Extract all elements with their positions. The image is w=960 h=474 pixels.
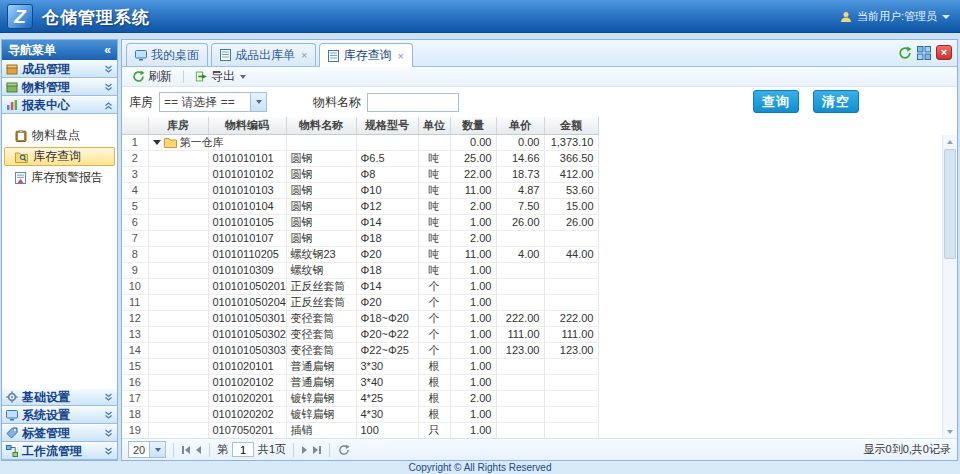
table-cell — [148, 358, 208, 374]
table-row[interactable]: 20101010101圆钢Φ6.5吨25.0014.66366.50 — [122, 150, 598, 166]
close-panel-icon[interactable]: × — [936, 45, 952, 60]
table-cell: Φ20 — [356, 246, 418, 262]
sidebar-group-basic-settings[interactable]: 基础设置 — [2, 388, 117, 406]
table-row[interactable]: 30101010102圆钢Φ8吨22.0018.73412.00 — [122, 166, 598, 182]
first-page-button[interactable] — [181, 445, 191, 455]
table-row[interactable]: 50101010104圆钢Φ12吨2.007.5015.00 — [122, 198, 598, 214]
table-cell: 普通扁钢 — [286, 358, 356, 374]
table-row[interactable]: 180101020202镀锌扁钢4*30根1.00 — [122, 406, 598, 422]
filter-bar: 库房 == 请选择 == 物料名称 查询 清空 — [122, 87, 957, 117]
reload-page-icon[interactable] — [337, 443, 351, 457]
table-cell: 222.00 — [496, 310, 544, 326]
scroll-down-icon[interactable] — [943, 425, 957, 438]
sidebar-group-system-settings[interactable]: 系统设置 — [2, 406, 117, 424]
table-row[interactable]: 10010101050201正反丝套筒Φ14个1.00 — [122, 278, 598, 294]
table-cell: 1.00 — [450, 358, 496, 374]
table-cell — [148, 390, 208, 406]
chevron-down-icon — [250, 93, 266, 111]
column-header[interactable]: 规格型号 — [356, 117, 418, 134]
table-cell: 圆钢 — [286, 198, 356, 214]
last-page-button[interactable] — [312, 445, 322, 455]
table-cell: 111.00 — [496, 326, 544, 342]
column-header[interactable]: 数量 — [450, 117, 496, 134]
table-cell: 个 — [418, 294, 450, 310]
refresh-tabs-icon[interactable] — [898, 46, 912, 60]
table-row[interactable]: 11010101050204正反丝套筒Φ20个1.00 — [122, 294, 598, 310]
close-tab-icon[interactable]: × — [397, 50, 403, 62]
sidebar-group-finished-products[interactable]: 成品管理 — [2, 60, 117, 78]
column-header[interactable]: 物料编码 — [208, 117, 286, 134]
column-header[interactable]: 单价 — [496, 117, 544, 134]
close-tab-icon[interactable]: × — [301, 49, 307, 61]
table-cell: 根 — [418, 374, 450, 390]
table-group-row[interactable]: 1 第一仓库 0.00 — [122, 134, 598, 150]
table-row[interactable]: 90101010309螺纹钢Φ18吨1.00 — [122, 262, 598, 278]
table-row[interactable]: 150101020101普通扁钢3*30根1.00 — [122, 358, 598, 374]
tab-inventory-query[interactable]: 库存查询 × — [319, 43, 412, 67]
column-header[interactable]: 库房 — [148, 117, 208, 134]
table-row[interactable]: 170101020201镀锌扁钢4*25根2.00 — [122, 390, 598, 406]
table-cell: 0101020201 — [208, 390, 286, 406]
table-row[interactable]: 40101010103圆钢Φ10吨11.004.8753.60 — [122, 182, 598, 198]
export-button[interactable]: 导出 — [190, 67, 251, 86]
table-row[interactable]: 60101010105圆钢Φ14吨1.0026.0026.00 — [122, 214, 598, 230]
clear-button[interactable]: 清空 — [813, 90, 859, 113]
table-cell: 22.00 — [450, 166, 496, 182]
column-header[interactable]: 物料名称 — [286, 117, 356, 134]
refresh-label: 刷新 — [148, 68, 172, 85]
tab-my-desktop[interactable]: 我的桌面 — [126, 43, 208, 66]
material-name-input[interactable] — [367, 93, 459, 112]
table-cell: 01010110205 — [208, 246, 286, 262]
page-size-select[interactable]: 20 — [128, 441, 166, 458]
table-cell: 镀锌扁钢 — [286, 406, 356, 422]
tab-finished-goods-outbound[interactable]: 成品出库单 × — [211, 43, 316, 66]
table-cell: 1.00 — [450, 278, 496, 294]
pager-separator — [209, 443, 210, 457]
sidebar-item-material-count[interactable]: 物料盘点 — [4, 126, 115, 145]
sidebar-group-workflow-management[interactable]: 工作流管理 — [2, 442, 117, 460]
sidebar-item-inventory-query[interactable]: 库存查询 — [4, 147, 115, 166]
column-header[interactable]: 单位 — [418, 117, 450, 134]
table-cell: 123.00 — [544, 342, 598, 358]
table-cell: 2.00 — [450, 230, 496, 246]
prev-page-button[interactable] — [195, 445, 202, 455]
warehouse-select[interactable]: == 请选择 == — [159, 92, 267, 112]
column-header[interactable]: 金额 — [544, 117, 598, 134]
table-row[interactable]: 190107050201插销100只1.00 — [122, 422, 598, 438]
table-row[interactable]: 70101010107圆钢Φ18吨2.00 — [122, 230, 598, 246]
sidebar-group-label-management[interactable]: 标签管理 — [2, 424, 117, 442]
table-cell: 插销 — [286, 422, 356, 438]
grid-view-icon[interactable] — [917, 46, 931, 60]
next-page-button[interactable] — [301, 445, 308, 455]
refresh-button[interactable]: 刷新 — [127, 67, 177, 86]
sidebar-item-inventory-warning-report[interactable]: 库存预警报告 — [4, 168, 115, 187]
app-title: 仓储管理系统 — [42, 6, 150, 29]
sidebar-group-materials[interactable]: 物料管理 — [2, 78, 117, 96]
table-row[interactable]: 801010110205螺纹钢23Φ20吨11.004.0044.00 — [122, 246, 598, 262]
table-row[interactable]: 14010101050303变径套筒Φ22~Φ25个1.00123.00123.… — [122, 342, 598, 358]
page-number-input[interactable] — [232, 442, 254, 457]
table-cell — [148, 278, 208, 294]
table-row[interactable]: 13010101050302变径套筒Φ20~Φ22个1.00111.00111.… — [122, 326, 598, 342]
warehouse-group-label: 第一仓库 — [180, 135, 224, 150]
pager-separator — [173, 443, 174, 457]
scroll-up-icon[interactable] — [943, 135, 957, 148]
user-menu[interactable]: 当前用户:管理员 — [840, 9, 950, 24]
box-icon — [6, 63, 18, 75]
tree-collapse-icon[interactable] — [153, 140, 161, 145]
query-button[interactable]: 查询 — [753, 90, 799, 113]
table-row[interactable]: 12010101050301变径套筒Φ18~Φ20个1.00222.00222.… — [122, 310, 598, 326]
table-row[interactable]: 160101020102普通扁钢3*40根1.00 — [122, 374, 598, 390]
sidebar-group-report-center[interactable]: 报表中心 — [2, 96, 117, 114]
document-icon — [328, 50, 339, 62]
collapse-sidebar-icon[interactable]: « — [104, 44, 111, 56]
vertical-scrollbar[interactable] — [942, 135, 957, 438]
app-header: Z 仓储管理系统 当前用户:管理员 — [0, 0, 960, 33]
table-cell — [496, 358, 544, 374]
scrollbar-thumb[interactable] — [944, 149, 956, 259]
pager-separator — [329, 443, 330, 457]
chevron-down-icon — [149, 442, 165, 457]
table-cell: 0101020202 — [208, 406, 286, 422]
desktop-icon — [135, 50, 147, 61]
table-cell: 0101010105 — [208, 214, 286, 230]
